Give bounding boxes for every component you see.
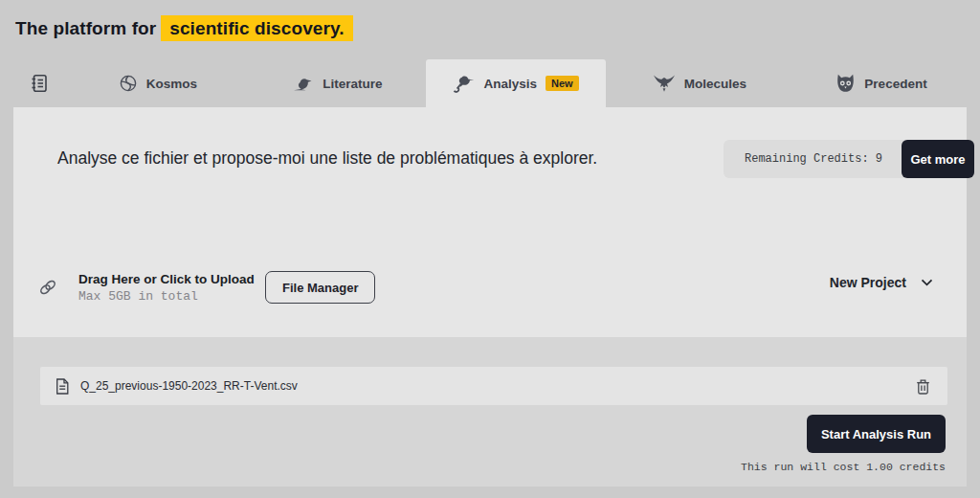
tab-kosmos-label: Kosmos — [146, 77, 197, 91]
notebook-icon — [31, 74, 48, 93]
link-icon — [36, 276, 59, 299]
run-cost-label: This run will cost 1.00 credits — [741, 461, 946, 473]
file-manager-button[interactable]: File Manager — [265, 271, 375, 304]
new-badge: New — [546, 76, 579, 91]
sidebar-toggle-button[interactable] — [23, 59, 56, 107]
kosmos-globe-icon — [119, 74, 138, 93]
get-more-button[interactable]: Get more — [902, 140, 974, 178]
page-title-highlight: scientific discovery. — [161, 15, 352, 41]
tab-molecules[interactable]: Molecules — [641, 59, 758, 107]
tab-literature-label: Literature — [323, 77, 382, 91]
project-selector-label: New Project — [830, 275, 906, 290]
literature-bird-icon — [293, 75, 314, 92]
tab-molecules-label: Molecules — [684, 77, 746, 91]
page-title: The platform forscientific discovery. — [15, 18, 353, 39]
tab-analysis[interactable]: Analysis New — [426, 59, 606, 107]
tab-kosmos[interactable]: Kosmos — [110, 59, 206, 107]
upload-title: Drag Here or Click to Upload — [78, 272, 255, 286]
trash-icon — [916, 378, 930, 395]
page-title-prefix: The platform for — [15, 18, 156, 38]
file-name: Q_25_previous-1950-2023_RR-T-Vent.csv — [80, 379, 914, 393]
tab-precedent-label: Precedent — [864, 77, 926, 91]
prompt-text: Analyse ce fichier et propose-moi une li… — [57, 148, 597, 169]
start-analysis-run-button[interactable]: Start Analysis Run — [807, 415, 946, 453]
uploaded-file-row: Q_25_previous-1950-2023_RR-T-Vent.csv — [40, 367, 947, 405]
upload-limit: Max 5GB in total — [78, 289, 255, 304]
project-selector[interactable]: New Project — [830, 271, 933, 294]
delete-file-button[interactable] — [914, 376, 932, 396]
analysis-crow-icon — [453, 73, 475, 94]
precedent-owl-icon — [835, 74, 856, 93]
tab-literature[interactable]: Literature — [282, 59, 393, 107]
tab-precedent[interactable]: Precedent — [823, 59, 940, 107]
remaining-credits-badge: Remaining Credits: 9 — [724, 140, 909, 178]
chevron-down-icon — [921, 279, 933, 286]
credits-group: Remaining Credits: 9 Get more — [724, 140, 974, 178]
molecules-owl-icon — [653, 74, 676, 93]
app-window: The platform forscientific discovery. Ko… — [0, 0, 980, 498]
file-document-icon — [56, 378, 69, 395]
tab-analysis-label: Analysis — [483, 77, 537, 91]
